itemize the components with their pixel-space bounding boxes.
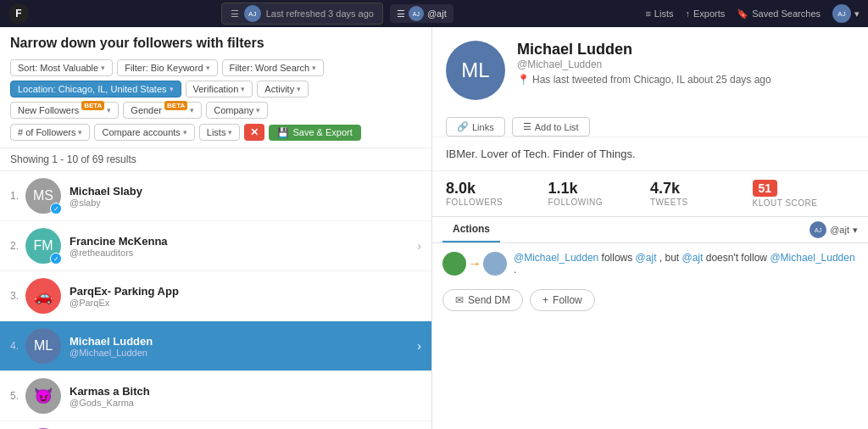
links-button[interactable]: 🔗 Links [446, 117, 505, 136]
save-export-button[interactable]: 💾 Save & Export [269, 125, 360, 141]
results-count: Showing 1 - 10 of 69 results [0, 148, 431, 171]
save-icon: 💾 [277, 127, 289, 138]
follow-label: Follow [553, 294, 582, 306]
lists-filter-button[interactable]: Lists ▾ [199, 124, 241, 141]
nav-profile-handle: @ajt [427, 8, 447, 19]
profile-location: 📍 Has last tweeted from Chicago, IL abou… [517, 74, 854, 86]
exports-nav-item[interactable]: ↑ Exports [685, 8, 725, 19]
list-item[interactable]: 2. FM ✓ Francine McKenna @retheauditors … [0, 221, 431, 271]
profile-header: ML Michael Ludden @Michael_Ludden 📍 Has … [432, 27, 868, 109]
followers-label: FOLLOWERS [446, 198, 548, 207]
nav-refresh-area: ☰ AJ Last refreshed 3 days ago ☰ AJ @ajt [36, 3, 638, 25]
profile-name: Michael Ludden [517, 41, 854, 58]
new-followers-button[interactable]: New Followers BETA ▾ [10, 102, 119, 119]
message-part-2: , but [659, 252, 682, 264]
list-item[interactable]: 6. JW Jennifer Wolan @JenniferWolan [0, 421, 431, 429]
company-label: Company [214, 105, 253, 115]
action-message-text: @Michael_Ludden follows @ajt , but @ajt … [514, 252, 858, 276]
item-name: Michael Slaby [70, 185, 421, 198]
sort-button[interactable]: Sort: Most Valuable ▾ [10, 59, 113, 76]
item-number: 4. [10, 340, 25, 352]
filter-area: Narrow down your followers with filters … [0, 27, 431, 148]
item-arrow-icon: › [417, 339, 421, 353]
bio-keyword-button[interactable]: Filter: Bio Keyword ▾ [117, 59, 217, 76]
followers-count-label: # of Followers [18, 127, 75, 137]
app-logo: F [8, 3, 29, 24]
lists-filter-label: Lists [207, 127, 226, 137]
right-panel: ML Michael Ludden @Michael_Ludden 📍 Has … [432, 27, 868, 429]
clear-filters-button[interactable]: ✕ [244, 124, 264, 141]
avatar: 😈 [25, 378, 61, 414]
list-item[interactable]: 1. MS ✓ Michael Slaby @slaby [0, 171, 431, 221]
item-arrow-icon: › [417, 239, 421, 253]
location-button[interactable]: Location: Chicago, IL, United States ▾ [10, 81, 181, 98]
location-chevron-icon: ▾ [170, 85, 174, 93]
profile-stats: 8.0k FOLLOWERS 1.1k FOLLOWING 4.7k TWEET… [432, 170, 868, 216]
lists-label: Lists [654, 8, 674, 19]
bookmark-icon: 🔖 [737, 8, 748, 20]
avatar-wrap: ML [25, 328, 61, 364]
dm-icon: ✉ [455, 294, 464, 306]
profile-location-text: Has last tweeted from Chicago, IL about … [532, 74, 771, 86]
profile-handle: @Michael_Ludden [517, 58, 854, 70]
avatar-wrap: MS ✓ [25, 178, 61, 214]
item-number: 3. [10, 290, 25, 302]
action-message: → @Michael_Ludden follows @ajt , but @aj… [432, 243, 868, 284]
gender-button[interactable]: Gender BETA ▾ [123, 102, 202, 119]
profile-avatar: ML [446, 41, 505, 100]
lists-nav-item[interactable]: ≡ Lists [645, 8, 673, 19]
actions-account-selector[interactable]: AJ @ajt ▾ [810, 221, 858, 238]
item-info: ParqEx- Parking App @ParqEx [70, 285, 421, 308]
filter-row-1: Sort: Most Valuable ▾ Filter: Bio Keywor… [10, 59, 421, 119]
filter-title: Narrow down your followers with filters [10, 36, 421, 51]
word-search-button[interactable]: Filter: Word Search ▾ [222, 59, 325, 76]
message-avatars: → [442, 252, 507, 276]
avatar-wrap: FM ✓ [25, 228, 61, 264]
compare-accounts-button[interactable]: Compare accounts ▾ [94, 124, 194, 141]
item-handle: @ParqEx [70, 298, 421, 308]
mention-4: @Michael_Ludden [770, 252, 854, 264]
location-pin-icon: 📍 [517, 74, 530, 86]
item-number: 2. [10, 240, 25, 252]
item-handle: @slaby [70, 198, 421, 208]
followers-count-button[interactable]: # of Followers ▾ [10, 124, 90, 141]
list-item[interactable]: 3. 🚗 ParqEx- Parking App @ParqEx [0, 271, 431, 321]
send-dm-button[interactable]: ✉ Send DM [442, 289, 523, 311]
company-chevron-icon: ▾ [256, 106, 260, 114]
list-item[interactable]: 4. ML Michael Ludden @Michael_Ludden › [0, 321, 431, 371]
new-followers-label: New Followers [18, 105, 79, 115]
nav-avatar-small: AJ [409, 6, 424, 21]
avatar: ML [25, 328, 61, 364]
add-to-list-button[interactable]: ☰ Add to List [512, 117, 590, 136]
actions-tab[interactable]: Actions [442, 217, 500, 242]
follow-button[interactable]: + Follow [530, 289, 595, 311]
profile-bio: IBMer. Lover of Tech. Finder of Things. [432, 136, 868, 170]
verification-button[interactable]: Verification ▾ [186, 81, 253, 98]
gender-beta-badge: BETA [164, 101, 187, 110]
profile-pill[interactable]: ☰ AJ @ajt [390, 4, 453, 23]
account-label: @ajt [830, 225, 849, 235]
followers-count-chevron-icon: ▾ [78, 128, 82, 136]
user-menu[interactable]: AJ ▾ [832, 4, 860, 23]
sort-chevron-icon: ▾ [101, 64, 105, 72]
mention-2: @ajt [636, 252, 657, 264]
list-item[interactable]: 5. 😈 Karmas a Bitch @Gods_Karma [0, 371, 431, 421]
verified-badge: ✓ [50, 203, 62, 214]
link-icon: 🔗 [457, 121, 469, 132]
main-content: Narrow down your followers with filters … [0, 27, 868, 429]
account-chevron-icon: ▾ [853, 225, 858, 236]
followers-list: 1. MS ✓ Michael Slaby @slaby 2. FM ✓ [0, 171, 431, 429]
company-button[interactable]: Company ▾ [206, 102, 268, 119]
follow-icon: + [542, 294, 548, 306]
left-panel: Narrow down your followers with filters … [0, 27, 432, 429]
top-navigation: F ☰ AJ Last refreshed 3 days ago ☰ AJ @a… [0, 0, 868, 27]
arrow-icon: → [468, 256, 481, 271]
following-label: FOLLOWING [548, 198, 651, 207]
list-icon: ≡ [645, 8, 650, 19]
activity-button[interactable]: Activity ▾ [257, 81, 309, 98]
saved-searches-nav-item[interactable]: 🔖 Saved Searches [737, 8, 821, 20]
activity-chevron-icon: ▾ [297, 85, 301, 93]
followers-stat: 8.0k FOLLOWERS [446, 180, 548, 208]
actions-section: Actions AJ @ajt ▾ → @Michael_Ludden foll… [432, 216, 868, 321]
lists-filter-chevron-icon: ▾ [228, 128, 232, 136]
